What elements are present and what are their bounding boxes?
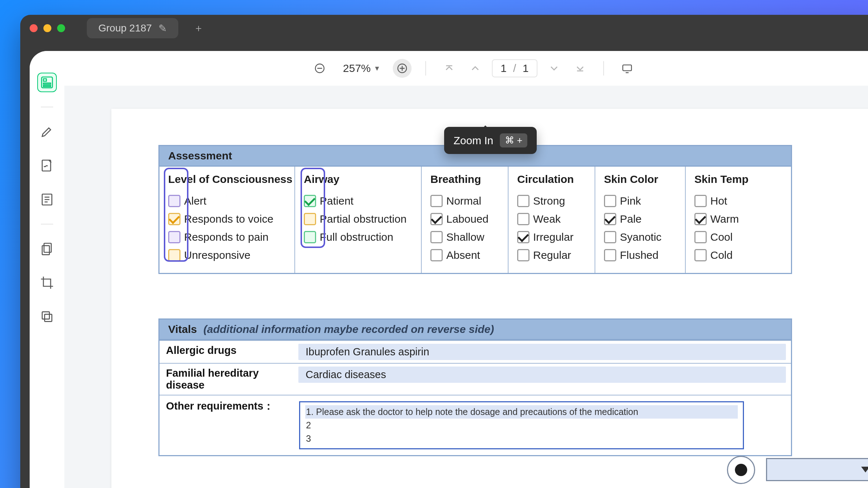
- other-requirements-textarea[interactable]: 1. Please ask the doctor to help note th…: [299, 401, 744, 449]
- page-tool-icon[interactable]: [37, 190, 57, 209]
- first-page-button[interactable]: [440, 59, 459, 78]
- svg-rect-11: [42, 312, 50, 319]
- page-current: 1: [501, 62, 507, 74]
- checkbox-option[interactable]: Strong: [517, 192, 586, 210]
- page-total: 1: [523, 62, 529, 74]
- checkbox-option[interactable]: Regular: [517, 246, 586, 264]
- toolbar-divider: [425, 61, 426, 76]
- next-page-button[interactable]: [545, 59, 563, 78]
- checkbox-option[interactable]: Pink: [604, 192, 676, 210]
- checkbox-option[interactable]: Cold: [694, 246, 778, 264]
- checkbox-option[interactable]: Pale: [604, 210, 676, 228]
- titlebar: Group 2187 ✎ ＋: [20, 15, 868, 42]
- option-label: Pale: [620, 213, 642, 225]
- minimize-window-button[interactable]: [43, 24, 51, 32]
- option-label: Full obstruction: [320, 231, 393, 243]
- tooltip-shortcut: ⌘ +: [500, 133, 527, 147]
- checkbox-icon: [168, 249, 180, 261]
- checkbox-option[interactable]: Hot: [694, 192, 778, 210]
- checkbox-icon: [168, 231, 180, 243]
- last-page-button[interactable]: [571, 59, 590, 78]
- chevron-down-icon: ▾: [375, 64, 379, 73]
- option-label: Syanotic: [620, 231, 661, 243]
- presentation-mode-button[interactable]: [618, 59, 637, 78]
- rename-tab-icon[interactable]: ✎: [158, 22, 167, 34]
- allergic-label: Allergic drugs: [159, 341, 293, 363]
- tab-title: Group 2187: [98, 22, 152, 34]
- checkbox-option[interactable]: Laboued: [430, 210, 499, 228]
- checkbox-icon: [694, 231, 707, 243]
- form-fields-tool-icon[interactable]: [37, 73, 57, 92]
- checkbox-icon: [604, 195, 616, 207]
- tooltip-label: Zoom In: [454, 134, 493, 147]
- checkbox-icon: [168, 195, 180, 207]
- checkbox-option[interactable]: Warm: [694, 210, 778, 228]
- checkbox-option[interactable]: Irregular: [517, 228, 586, 246]
- checkbox-icon: [604, 231, 616, 243]
- checkbox-option[interactable]: Partial obstruction: [304, 210, 412, 228]
- layers-tool-icon[interactable]: [37, 307, 57, 326]
- option-label: Normal: [446, 195, 481, 207]
- checkbox-option[interactable]: Responds to voice: [168, 210, 286, 228]
- option-label: Warm: [710, 213, 739, 225]
- familial-input[interactable]: Cardiac diseases: [298, 367, 786, 383]
- chevron-down-icon: [861, 467, 868, 472]
- toolbar-divider: [603, 61, 604, 76]
- checkbox-option[interactable]: Absent: [430, 246, 499, 264]
- zoom-level-select[interactable]: 257% ▾: [336, 59, 386, 77]
- add-tab-button[interactable]: ＋: [193, 21, 204, 35]
- radio-form-control[interactable]: [727, 456, 755, 484]
- app-frame: 257% ▾ 1 / 1 Zoom: [30, 51, 868, 488]
- sidebar: [30, 51, 64, 488]
- vitals-title: Vitals: [168, 323, 197, 335]
- checkbox-option[interactable]: Responds to pain: [168, 228, 286, 246]
- checkbox-option[interactable]: Unresponsive: [168, 246, 286, 264]
- svg-rect-1: [43, 79, 46, 81]
- fullscreen-window-button[interactable]: [57, 24, 65, 32]
- checkbox-option[interactable]: Cool: [694, 228, 778, 246]
- column-header: Airway: [304, 173, 412, 185]
- checkbox-option[interactable]: Patient: [304, 192, 412, 210]
- zoom-in-button[interactable]: [393, 59, 412, 78]
- checkbox-icon: [694, 195, 707, 207]
- checkbox-option[interactable]: Alert: [168, 192, 286, 210]
- checkbox-option[interactable]: Weak: [517, 210, 586, 228]
- option-label: Laboued: [446, 213, 489, 225]
- checkbox-option[interactable]: Full obstruction: [304, 228, 412, 246]
- checkbox-option[interactable]: Normal: [430, 192, 499, 210]
- checkbox-icon: [694, 213, 707, 225]
- option-label: Flushed: [620, 249, 659, 261]
- sign-tool-icon[interactable]: [37, 156, 57, 175]
- checkbox-icon: [430, 195, 443, 207]
- svg-rect-2: [43, 83, 51, 84]
- zoom-out-button[interactable]: [310, 59, 329, 78]
- duplicate-page-tool-icon[interactable]: [37, 239, 57, 258]
- familial-row: Familial hereditary disease Cardiac dise…: [159, 363, 791, 395]
- zoom-level-value: 257%: [343, 62, 371, 74]
- dropdown-form-control[interactable]: [766, 458, 868, 481]
- checkbox-option[interactable]: Shallow: [430, 228, 499, 246]
- option-label: Absent: [446, 249, 480, 261]
- viewer-toolbar: 257% ▾ 1 / 1: [64, 51, 868, 86]
- column-header: Skin Temp: [694, 173, 778, 185]
- svg-rect-20: [623, 65, 631, 71]
- prev-page-button[interactable]: [466, 59, 485, 78]
- svg-rect-9: [44, 243, 51, 252]
- option-label: Pink: [620, 195, 641, 207]
- column-header: Breathing: [430, 173, 499, 185]
- checkbox-icon: [304, 231, 316, 243]
- option-label: Responds to voice: [184, 213, 273, 225]
- crop-tool-icon[interactable]: [37, 273, 57, 292]
- other-label: Other requirements：: [159, 395, 293, 455]
- highlighter-tool-icon[interactable]: [37, 122, 57, 141]
- close-window-button[interactable]: [30, 24, 38, 32]
- checkbox-option[interactable]: Flushed: [604, 246, 676, 264]
- column-header: Skin Color: [604, 173, 676, 185]
- checkbox-option[interactable]: Syanotic: [604, 228, 676, 246]
- radio-knob-icon: [735, 464, 747, 476]
- tab-group[interactable]: Group 2187 ✎: [87, 18, 178, 38]
- checkbox-icon: [517, 213, 529, 225]
- allergic-input[interactable]: Ibuprofen Granules aspirin: [298, 344, 786, 360]
- checkbox-icon: [517, 195, 529, 207]
- page-indicator[interactable]: 1 / 1: [492, 59, 537, 77]
